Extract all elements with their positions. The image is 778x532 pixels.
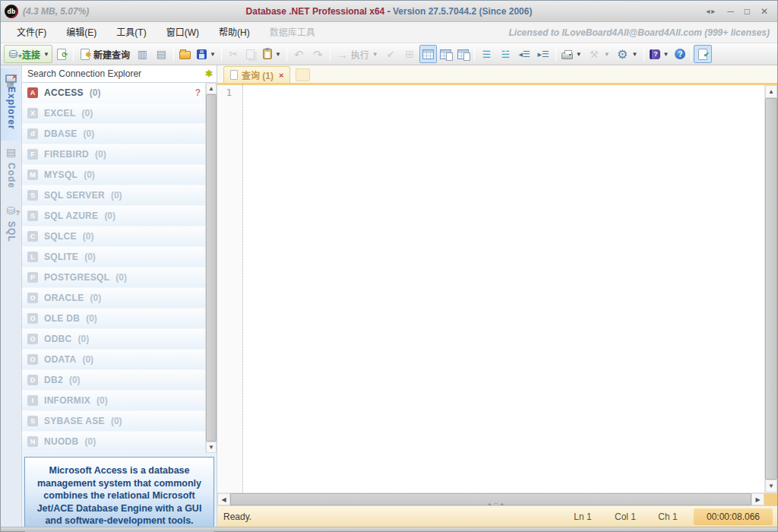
connection-odata[interactable]: OODATA(0) — [22, 350, 205, 370]
editor-scroll-left-icon[interactable]: ◀ — [217, 493, 230, 505]
export-file-button[interactable] — [454, 45, 472, 63]
tab-close-icon[interactable]: × — [277, 71, 283, 80]
split-columns-button[interactable]: ▥ — [133, 45, 152, 63]
chevron-down-icon[interactable]: ▼ — [210, 51, 216, 58]
redo-button[interactable]: ↷ — [308, 45, 327, 63]
paste-button[interactable]: ▼ — [260, 45, 284, 63]
chevron-down-icon[interactable]: ▼ — [43, 51, 49, 58]
chevron-down-icon[interactable]: ▼ — [576, 51, 582, 58]
connection-count: (0) — [95, 149, 106, 160]
new-query-button[interactable]: ✱新建查询 — [76, 45, 133, 63]
chevron-down-icon[interactable]: ▼ — [372, 51, 378, 58]
copy-button[interactable] — [243, 45, 260, 63]
chevron-down-icon[interactable]: ▼ — [275, 51, 281, 58]
connect-button[interactable]: ⛁+连接▼ — [4, 45, 52, 63]
connection-sqlite[interactable]: LSQLITE(0) — [22, 247, 205, 268]
split-rows-button[interactable]: ▤ — [152, 45, 171, 63]
new-query-button-label: 新建查询 — [93, 48, 130, 61]
search-connection-row[interactable]: Search Connection Explorer ✱ — [22, 65, 217, 83]
connection-oracle[interactable]: OORACLE(0) — [22, 288, 205, 309]
scroll-up-icon[interactable]: ▲ — [206, 83, 217, 94]
editor-scroll-right-icon[interactable]: ▶ — [751, 493, 764, 505]
query-editor[interactable]: 1 ▲ ▼ — [217, 85, 777, 492]
tab-explorer-label: Explorer — [6, 87, 17, 130]
undo-button[interactable]: ↶ — [289, 45, 308, 63]
settings-button[interactable]: ⚙▼ — [613, 45, 641, 63]
connection-excel[interactable]: XEXCEL(0) — [22, 103, 205, 124]
sqlce-icon: C — [27, 231, 38, 242]
connection-odbc[interactable]: OODBC(0) — [22, 329, 205, 350]
sqlite-icon: L — [27, 252, 38, 262]
help-book-button[interactable]: ?▼ — [647, 45, 672, 63]
uppercase-button[interactable]: ☱ — [496, 45, 515, 63]
connection-access[interactable]: AACCESS(0)? — [22, 83, 205, 103]
help-badge[interactable]: ? — [195, 87, 202, 98]
title-separator: - — [387, 6, 393, 17]
menu-file[interactable]: 文件(F) — [7, 23, 56, 43]
splitter-grip-icon[interactable]: ▴─▴ — [489, 501, 507, 507]
connection-postgresql[interactable]: PPOSTGRESQL(0) — [22, 268, 205, 288]
connection-nuodb[interactable]: NNUODB(0) — [22, 432, 205, 452]
new-tab-stub[interactable] — [296, 68, 310, 81]
execution-plan-button[interactable]: ⊞ — [400, 45, 419, 63]
connection-sybase-ase[interactable]: SSYBASE ASE(0) — [22, 411, 205, 432]
editor-scroll-down-icon[interactable]: ▼ — [765, 480, 777, 492]
connection-dbase[interactable]: dDBASE(0) — [22, 124, 205, 144]
menu-help[interactable]: 帮助(H) — [209, 23, 260, 43]
line-number: 1 — [217, 87, 232, 98]
print-button[interactable]: ▼ — [558, 45, 585, 63]
open-button[interactable] — [176, 45, 194, 63]
grid-view-button[interactable] — [419, 45, 437, 63]
refresh-button[interactable]: ⟳ — [52, 45, 71, 63]
export-grid-button[interactable] — [437, 45, 454, 63]
tab-sql[interactable]: ⛁?SQL — [1, 199, 21, 253]
connection-db2[interactable]: DDB2(0) — [22, 370, 205, 391]
connection-name: DB2 — [44, 375, 63, 385]
indent-button[interactable]: ▸☰ — [534, 45, 553, 63]
list-scrollbar[interactable]: ▲ ▼ — [205, 83, 217, 453]
document-tab[interactable]: 查询 (1)× — [223, 66, 290, 83]
sqlserver-icon: S — [27, 190, 38, 201]
save-button[interactable]: ▼ — [194, 45, 219, 63]
outdent-button[interactable]: ◂☰ — [515, 45, 534, 63]
scroll-down-icon[interactable]: ▼ — [206, 442, 217, 453]
sql-tools-button[interactable]: ⚒▼ — [585, 45, 613, 63]
connection-firebird[interactable]: FFIREBIRD(0) — [22, 144, 205, 165]
editor-hscrollbar[interactable]: ◀ ▶ ▴─▴ — [217, 492, 777, 505]
editor-content[interactable] — [243, 85, 764, 492]
chevron-down-icon[interactable]: ▼ — [632, 51, 638, 58]
menu-tools[interactable]: 工具(T) — [106, 23, 156, 43]
maximize-icon[interactable]: □ — [745, 6, 750, 17]
editor-vscrollbar[interactable]: ▲ ▼ — [764, 85, 777, 492]
search-input[interactable]: Search Connection Explorer — [27, 68, 141, 79]
list-scrollbar-thumb[interactable] — [206, 94, 217, 442]
cut-button[interactable]: ✂ — [224, 45, 243, 63]
connection-sql-azure[interactable]: SSQL AZURE(0) — [22, 206, 205, 226]
connection-count: (0) — [84, 252, 96, 262]
validate-button[interactable]: ✔ — [381, 45, 400, 63]
format-sql-button[interactable]: ☰ — [477, 45, 496, 63]
connection-informix[interactable]: IINFORMIX(0) — [22, 391, 205, 411]
sybase-icon: S — [27, 416, 38, 426]
execute-button[interactable]: →执行▼ — [333, 45, 381, 63]
favorite-star-icon[interactable]: ✱ — [205, 68, 213, 79]
spellcheck-button[interactable]: ✔ — [694, 45, 712, 63]
execute-icon: → — [336, 48, 349, 61]
connection-mysql[interactable]: MMYSQL(0) — [22, 165, 205, 185]
editor-vscrollbar-thumb[interactable] — [765, 98, 777, 480]
menu-edit[interactable]: 编辑(E) — [56, 23, 106, 43]
db-info-text: Microsoft Access is a database managemen… — [24, 457, 214, 532]
minimize-icon[interactable]: ─ — [727, 6, 734, 17]
close-icon[interactable]: ✕ — [761, 6, 768, 17]
connection-sqlce[interactable]: CSQLCE(0) — [22, 226, 205, 247]
menu-window[interactable]: 窗口(W) — [157, 23, 209, 43]
chevron-down-icon[interactable]: ▼ — [663, 51, 669, 58]
editor-scroll-up-icon[interactable]: ▲ — [765, 85, 777, 98]
about-button[interactable]: ? — [672, 45, 688, 63]
tab-code[interactable]: ▤Code — [1, 141, 21, 199]
window-nav-arrows-icon[interactable]: ◂▸ — [706, 6, 716, 17]
connection-sql-server[interactable]: SSQL SERVER(0) — [22, 185, 205, 206]
chevron-down-icon[interactable]: ▼ — [604, 51, 610, 58]
connection-ole-db[interactable]: OOLE DB(0) — [22, 309, 205, 329]
tab-explorer[interactable]: ✕Explorer — [1, 68, 21, 141]
